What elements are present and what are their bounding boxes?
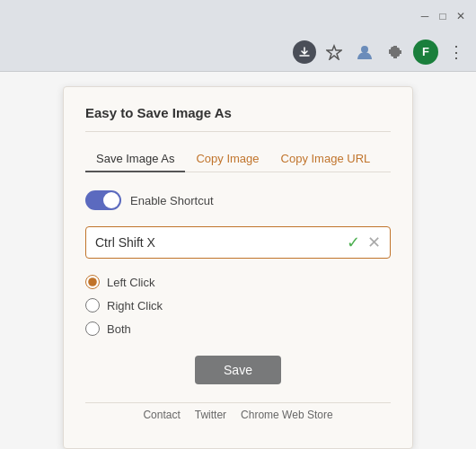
save-row: Save — [85, 356, 391, 384]
svg-point-1 — [361, 46, 368, 53]
profile-avatar[interactable]: F — [413, 40, 438, 65]
shortcut-confirm-icon[interactable]: ✓ — [347, 233, 360, 252]
radio-right-click[interactable]: Right Click — [85, 298, 391, 313]
tab-copy-image[interactable]: Copy Image — [185, 146, 269, 172]
click-type-radio-group: Left Click Right Click Both — [85, 275, 391, 336]
footer-links: Contact Twitter Chrome Web Store — [85, 402, 391, 421]
window-controls: ─ □ ✕ — [417, 8, 469, 24]
extensions-icon[interactable] — [383, 40, 408, 65]
tabs-bar: Save Image As Copy Image Copy Image URL — [85, 146, 391, 172]
star-icon[interactable] — [322, 40, 347, 65]
enable-shortcut-toggle[interactable] — [85, 190, 121, 210]
svg-marker-0 — [327, 46, 341, 59]
more-dots: ⋮ — [448, 42, 464, 62]
radio-both-input[interactable] — [85, 321, 100, 336]
tab-save-image-as[interactable]: Save Image As — [85, 146, 185, 172]
radio-left-click[interactable]: Left Click — [85, 275, 391, 289]
contact-link[interactable]: Contact — [143, 409, 180, 421]
browser-content: Easy to Save Image As Save Image As Copy… — [0, 72, 476, 449]
minimize-button[interactable]: ─ — [417, 8, 433, 24]
popup-title: Easy to Save Image As — [85, 105, 391, 132]
radio-left-click-input[interactable] — [85, 275, 100, 289]
shortcut-clear-icon[interactable]: ✕ — [367, 233, 381, 252]
popup-panel: Easy to Save Image As Save Image As Copy… — [63, 86, 413, 449]
tab-copy-image-url[interactable]: Copy Image URL — [270, 146, 382, 172]
shortcut-icons: ✓ ✕ — [347, 233, 381, 252]
twitter-link[interactable]: Twitter — [195, 409, 226, 421]
download-icon[interactable] — [293, 40, 316, 64]
radio-both-label: Both — [107, 322, 131, 336]
maximize-button[interactable]: □ — [435, 8, 451, 24]
shortcut-input[interactable] — [95, 235, 347, 250]
title-bar: ─ □ ✕ — [0, 0, 476, 32]
enable-shortcut-row: Enable Shortcut — [85, 190, 391, 210]
radio-left-click-label: Left Click — [107, 276, 154, 289]
close-button[interactable]: ✕ — [453, 8, 469, 24]
more-icon[interactable]: ⋮ — [444, 40, 469, 65]
enable-shortcut-label: Enable Shortcut — [130, 194, 214, 207]
shortcut-input-row: ✓ ✕ — [85, 226, 391, 259]
chrome-web-store-link[interactable]: Chrome Web Store — [241, 409, 333, 421]
browser-toolbar: F ⋮ — [0, 32, 476, 72]
radio-right-click-label: Right Click — [107, 299, 163, 313]
extension-icon[interactable] — [352, 40, 377, 65]
radio-right-click-input[interactable] — [85, 298, 100, 313]
radio-both[interactable]: Both — [85, 321, 391, 336]
save-button[interactable]: Save — [195, 356, 281, 384]
shortcut-input-wrapper: ✓ ✕ — [85, 226, 391, 259]
